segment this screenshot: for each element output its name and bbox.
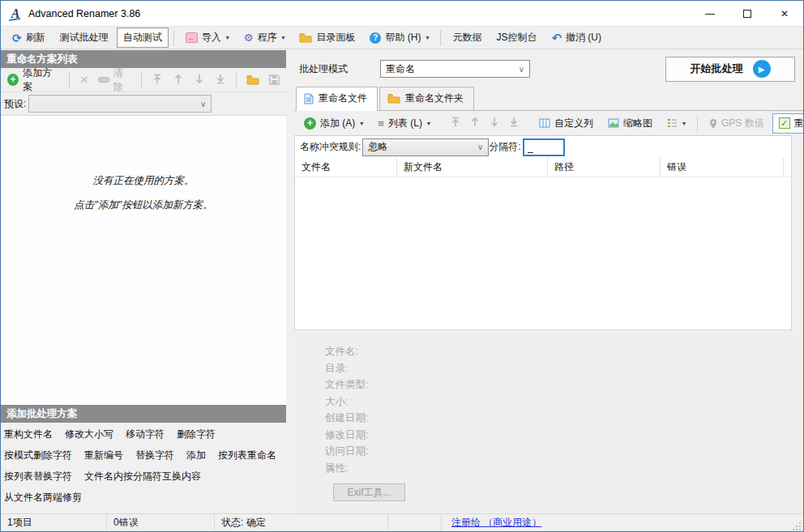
conflict-rule-select[interactable]: 忽略 ∨ (362, 138, 489, 156)
info-filename-label: 文件名: (325, 343, 803, 360)
scheme-toolbar: + 添加方案 ✕ 清除 (1, 68, 286, 92)
info-modified-label: 修改日期: (325, 427, 803, 444)
status-item-count: 1项目 (1, 514, 107, 531)
directory-panel-button[interactable]: 目录面板 (293, 28, 361, 48)
move-up-button[interactable] (466, 115, 484, 131)
window-title: Advanced Renamer 3.86 (28, 8, 140, 19)
tab-rename-folders[interactable]: 重命名文件夹 (379, 87, 474, 110)
column-header-filename[interactable]: 文件名 (295, 158, 397, 177)
file-table-body[interactable] (295, 177, 791, 330)
tab-rename-files[interactable]: 重命名文件 (296, 87, 378, 110)
help-icon: ? (370, 32, 381, 44)
method-link[interactable]: 替换字符 (135, 449, 174, 462)
info-size-label: 大小: (325, 394, 803, 411)
method-list-panel: 重命名方案列表 + 添加方案 ✕ 清除 预设: (1, 50, 286, 513)
maximize-icon (743, 10, 751, 18)
custom-columns-button[interactable]: 自定义列 (532, 113, 600, 134)
column-header-path[interactable]: 路径 (548, 158, 661, 177)
method-link[interactable]: 修改大小写 (65, 428, 113, 441)
separator-input[interactable] (523, 138, 565, 156)
remove-method-button[interactable]: ✕ (76, 72, 92, 87)
auto-test-toggle[interactable]: 自动测试 (117, 28, 169, 48)
js-console-button[interactable]: JS控制台 (490, 28, 543, 48)
method-row: 按列表替换字符 文件名内按分隔符互换内容 (4, 470, 283, 483)
minimize-button[interactable]: — (691, 1, 729, 26)
batch-mode-row: 批处理模式 重命名 ∨ 开始批处理 ▶ (294, 50, 803, 87)
resize-grip[interactable] (792, 521, 802, 531)
method-link[interactable]: 按列表替换字符 (4, 470, 72, 483)
column-header-new-filename[interactable]: 新文件名 (397, 158, 548, 177)
method-link[interactable]: 重新编号 (84, 449, 123, 462)
toolbar-separator (440, 30, 441, 46)
refresh-icon: ⟳ (12, 33, 22, 43)
start-batch-button[interactable]: 开始批处理 ▶ (665, 57, 795, 82)
chevron-down-icon: ▾ (360, 120, 363, 127)
method-link[interactable]: 从文件名两端修剪 (4, 491, 82, 504)
refresh-button[interactable]: ⟳ 刷新 (6, 28, 52, 48)
method-link[interactable]: 移动字符 (126, 428, 165, 441)
method-link[interactable]: 添加 (186, 449, 206, 462)
chevron-down-icon: ∨ (477, 143, 483, 151)
move-bottom-button[interactable] (212, 72, 229, 88)
save-preset-button[interactable] (266, 73, 283, 87)
add-methods-header: 添加批处理方案 (1, 405, 286, 423)
file-list-toolbar: + 添加 (A)▾ ≡ 列表 (L)▾ 自定义列 缩略图 (294, 111, 803, 135)
add-files-button[interactable]: + 添加 (A)▾ (297, 113, 370, 134)
chevron-down-icon: ▾ (682, 120, 686, 127)
view-options-button[interactable]: ▾ (661, 115, 692, 131)
move-up-button[interactable] (169, 72, 187, 88)
metadata-button[interactable]: 元数据 (446, 28, 488, 48)
move-top-button[interactable] (447, 115, 464, 131)
save-icon (269, 74, 280, 85)
help-button[interactable]: ? 帮助 (H)▾ (363, 28, 435, 48)
file-list-box: 名称冲突规则: 忽略 ∨ 分隔符: 文件名 新文件名 路径 错误 (294, 135, 792, 330)
test-batch-button[interactable]: 测试批处理 (53, 28, 115, 48)
thumbnails-button[interactable]: 缩略图 (601, 113, 659, 134)
gps-values-button[interactable]: GPS 数值 (703, 113, 771, 134)
exif-tool-button[interactable]: Exif工具... (333, 483, 405, 501)
preset-row: 预设: ∨ (1, 92, 286, 115)
move-bottom-button[interactable] (505, 115, 523, 131)
chevron-down-icon: ▾ (426, 34, 429, 41)
register-link[interactable]: 注册给 （商业用途） (442, 516, 541, 530)
undo-button[interactable]: ↶ 撤消 (U) (545, 28, 608, 48)
batch-mode-select[interactable]: 重命名 ∨ (380, 60, 530, 78)
chevron-down-icon: ∨ (200, 100, 206, 109)
move-down-button[interactable] (190, 72, 208, 88)
close-button[interactable]: ✕ (766, 1, 803, 26)
open-preset-button[interactable] (243, 73, 263, 87)
add-method-button[interactable]: + 添加方案 (4, 65, 62, 96)
file-icon (304, 93, 314, 104)
method-link[interactable]: 按模式删除字符 (4, 449, 72, 462)
info-accessed-label: 访问日期: (325, 443, 803, 460)
clear-methods-button[interactable]: 清除 (95, 65, 135, 96)
list-menu-button[interactable]: ≡ 列表 (L)▾ (371, 113, 437, 134)
move-top-icon (451, 117, 460, 127)
rename-match-toggle[interactable]: ✓ 重命名匹配 (772, 113, 804, 134)
maximize-button[interactable] (729, 1, 766, 26)
titlebar: A Advanced Renamer 3.86 — ✕ (1, 1, 803, 26)
checkbox-checked-icon: ✓ (779, 117, 790, 129)
move-top-icon (152, 74, 162, 84)
import-button[interactable]: ← 导入▾ (179, 28, 236, 48)
move-down-icon (195, 74, 204, 84)
batch-mode-label: 批处理模式 (299, 62, 348, 76)
app-window: A Advanced Renamer 3.86 — ✕ ⟳ 刷新 测试批处理 自… (0, 0, 804, 532)
file-info-panel: 文件名: 目录: 文件类型: 大小: 创建日期: 修改日期: 访问日期: 属性:… (294, 330, 803, 513)
info-attributes-label: 属性: (325, 460, 803, 477)
method-link[interactable]: 文件名内按分隔符互换内容 (84, 470, 201, 483)
main-toolbar: ⟳ 刷新 测试批处理 自动测试 ← 导入▾ ⚙ 程序▾ 目录面板 ? 帮助 (H… (1, 26, 803, 49)
move-top-button[interactable] (148, 72, 166, 88)
method-link[interactable]: 重构文件名 (4, 428, 53, 441)
method-link[interactable]: 删除字符 (177, 428, 216, 441)
file-table-header: 文件名 新文件名 路径 错误 (295, 158, 791, 177)
method-link[interactable]: 按列表重命名 (218, 449, 276, 462)
image-icon (608, 118, 619, 128)
import-icon: ← (186, 32, 198, 43)
preset-select[interactable]: ∨ (28, 95, 212, 113)
add-icon: + (304, 117, 316, 130)
programs-button[interactable]: ⚙ 程序▾ (237, 28, 292, 48)
toolbar-separator (141, 72, 142, 88)
move-down-button[interactable] (485, 115, 503, 131)
column-header-error[interactable]: 错误 (661, 158, 784, 177)
